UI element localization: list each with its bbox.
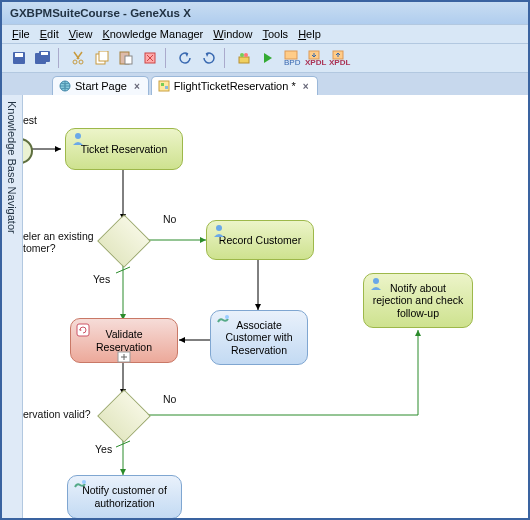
globe-icon bbox=[59, 80, 71, 92]
copy-button[interactable] bbox=[91, 47, 113, 69]
tab-flight-ticket-reservation[interactable]: FlightTicketReservation * × bbox=[151, 76, 318, 95]
diagram-icon bbox=[158, 80, 170, 92]
redo-button[interactable] bbox=[198, 47, 220, 69]
gateway-existing-customer[interactable] bbox=[97, 214, 151, 268]
app-window: GXBPMSuiteCourse - GeneXus X File Edit V… bbox=[0, 0, 530, 520]
user-icon bbox=[71, 132, 85, 146]
paste-button[interactable] bbox=[115, 47, 137, 69]
svg-rect-10 bbox=[125, 56, 132, 64]
gateway-label: eler an existing tomer? bbox=[23, 230, 94, 254]
separator bbox=[165, 48, 170, 68]
xpdl-import-button[interactable]: XPDL bbox=[305, 47, 327, 69]
svg-point-6 bbox=[79, 60, 83, 64]
toolbar: BPD XPDL XPDL bbox=[2, 44, 528, 73]
tabbar: Start Page × FlightTicketReservation * × bbox=[2, 73, 528, 95]
undo-button[interactable] bbox=[174, 47, 196, 69]
svg-point-35 bbox=[75, 133, 81, 139]
gateway-label: ervation valid? bbox=[23, 408, 91, 420]
task-notify-authorization[interactable]: Notify customer of authorization bbox=[67, 475, 182, 518]
svg-point-42 bbox=[373, 278, 379, 284]
user-icon bbox=[212, 224, 226, 238]
separator bbox=[58, 48, 63, 68]
save-all-button[interactable] bbox=[32, 47, 54, 69]
tab-start-page[interactable]: Start Page × bbox=[52, 76, 149, 95]
menubar: File Edit View Knowledge Manager Window … bbox=[2, 24, 528, 44]
content-area: Knowledge Base Navigator bbox=[2, 95, 528, 518]
menu-tools[interactable]: Tools bbox=[262, 28, 288, 40]
separator bbox=[224, 48, 229, 68]
svg-text:BPD: BPD bbox=[284, 58, 301, 66]
cut-button[interactable] bbox=[67, 47, 89, 69]
svg-rect-8 bbox=[99, 51, 108, 61]
close-icon[interactable]: × bbox=[134, 81, 140, 92]
task-ticket-reservation[interactable]: Ticket Reservation bbox=[65, 128, 183, 170]
svg-point-43 bbox=[82, 480, 86, 484]
build-button[interactable] bbox=[233, 47, 255, 69]
svg-rect-23 bbox=[161, 83, 164, 86]
svg-rect-37 bbox=[77, 324, 89, 336]
subprocess-icon bbox=[76, 323, 90, 337]
gateway-reservation-valid[interactable] bbox=[97, 389, 151, 443]
svg-point-5 bbox=[73, 60, 77, 64]
svg-rect-1 bbox=[15, 53, 23, 57]
tab-label: Start Page bbox=[75, 80, 127, 92]
truncated-text: est bbox=[23, 114, 37, 126]
svg-rect-24 bbox=[165, 86, 168, 89]
user-icon bbox=[369, 277, 383, 291]
svg-text:XPDL: XPDL bbox=[305, 58, 326, 66]
menu-window[interactable]: Window bbox=[213, 28, 252, 40]
svg-rect-4 bbox=[41, 52, 48, 55]
edge-label-no: No bbox=[163, 393, 176, 405]
task-associate-customer[interactable]: Associate Customer with Reservation bbox=[210, 310, 308, 365]
menu-file[interactable]: File bbox=[12, 28, 30, 40]
menu-help[interactable]: Help bbox=[298, 28, 321, 40]
edge-label-no: No bbox=[163, 213, 176, 225]
task-record-customer[interactable]: Record Customer bbox=[206, 220, 314, 260]
start-event[interactable] bbox=[23, 138, 33, 164]
close-icon[interactable]: × bbox=[303, 81, 309, 92]
bpd-button[interactable]: BPD bbox=[281, 47, 303, 69]
menu-edit[interactable]: Edit bbox=[40, 28, 59, 40]
menu-view[interactable]: View bbox=[69, 28, 93, 40]
task-notify-rejection[interactable]: Notify about rejection and check follow-… bbox=[363, 273, 473, 328]
knowledge-base-navigator[interactable]: Knowledge Base Navigator bbox=[2, 95, 23, 518]
xpdl-export-button[interactable]: XPDL bbox=[329, 47, 351, 69]
edge-label-yes: Yes bbox=[95, 443, 112, 455]
tab-label: FlightTicketReservation * bbox=[174, 80, 296, 92]
svg-rect-12 bbox=[239, 57, 249, 63]
menu-knowledge-manager[interactable]: Knowledge Manager bbox=[102, 28, 203, 40]
svg-point-41 bbox=[225, 315, 229, 319]
run-button[interactable] bbox=[257, 47, 279, 69]
titlebar: GXBPMSuiteCourse - GeneXus X bbox=[2, 2, 528, 24]
svg-point-36 bbox=[216, 225, 222, 231]
expand-icon[interactable] bbox=[117, 351, 131, 363]
subprocess-validate-reservation[interactable]: Validate Reservation bbox=[70, 318, 178, 363]
service-icon bbox=[73, 479, 87, 493]
service-icon bbox=[216, 314, 230, 328]
svg-point-14 bbox=[244, 53, 248, 57]
diagram-canvas[interactable]: est Ticket Reservation eler an existing … bbox=[23, 95, 528, 518]
edge-label-yes: Yes bbox=[93, 273, 110, 285]
svg-line-29 bbox=[116, 267, 130, 273]
svg-text:XPDL: XPDL bbox=[329, 58, 350, 66]
svg-point-13 bbox=[240, 53, 244, 57]
delete-button[interactable] bbox=[139, 47, 161, 69]
save-button[interactable] bbox=[8, 47, 30, 69]
